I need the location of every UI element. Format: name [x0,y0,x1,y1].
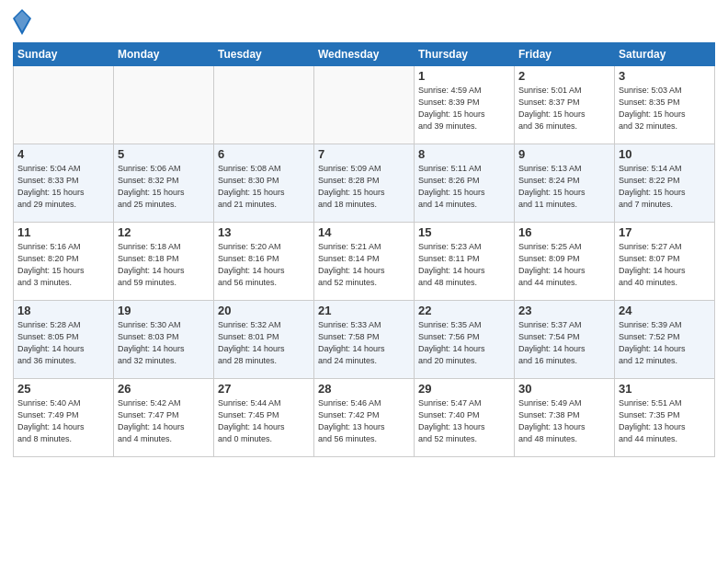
day-cell: 5Sunrise: 5:06 AM Sunset: 8:32 PM Daylig… [114,144,214,223]
day-number: 20 [218,304,310,317]
day-info: Sunrise: 5:49 AM Sunset: 7:38 PM Dayligh… [518,397,610,445]
day-number: 12 [118,225,210,239]
week-row-2: 4Sunrise: 5:04 AM Sunset: 8:33 PM Daylig… [14,144,715,223]
day-cell: 13Sunrise: 5:20 AM Sunset: 8:16 PM Dayli… [214,223,314,301]
day-info: Sunrise: 5:40 AM Sunset: 7:49 PM Dayligh… [17,397,109,445]
weekday-saturday: Saturday [615,43,715,66]
day-info: Sunrise: 5:14 AM Sunset: 8:22 PM Dayligh… [619,163,711,211]
weekday-tuesday: Tuesday [214,43,314,66]
day-number: 28 [318,382,410,396]
day-cell: 29Sunrise: 5:47 AM Sunset: 7:40 PM Dayli… [415,379,515,457]
day-number: 15 [418,225,510,239]
day-info: Sunrise: 5:01 AM Sunset: 8:37 PM Dayligh… [518,85,610,132]
day-cell: 7Sunrise: 5:09 AM Sunset: 8:28 PM Daylig… [314,144,415,223]
day-number: 31 [619,382,711,396]
day-number: 21 [318,304,410,317]
logo [13,9,33,35]
day-number: 19 [118,304,210,317]
day-info: Sunrise: 5:25 AM Sunset: 8:09 PM Dayligh… [518,241,610,289]
day-number: 10 [619,147,711,161]
day-info: Sunrise: 5:06 AM Sunset: 8:32 PM Dayligh… [118,163,210,211]
day-info: Sunrise: 5:03 AM Sunset: 8:35 PM Dayligh… [619,85,711,132]
day-cell: 25Sunrise: 5:40 AM Sunset: 7:49 PM Dayli… [14,379,114,457]
day-info: Sunrise: 5:46 AM Sunset: 7:42 PM Dayligh… [318,397,410,445]
week-row-5: 25Sunrise: 5:40 AM Sunset: 7:49 PM Dayli… [14,379,715,457]
day-cell: 16Sunrise: 5:25 AM Sunset: 8:09 PM Dayli… [515,223,615,301]
day-number: 29 [418,382,510,396]
weekday-header-row: SundayMondayTuesdayWednesdayThursdayFrid… [14,43,715,66]
day-info: Sunrise: 5:09 AM Sunset: 8:28 PM Dayligh… [318,163,410,211]
day-cell: 17Sunrise: 5:27 AM Sunset: 8:07 PM Dayli… [615,223,715,301]
day-number: 7 [318,147,410,161]
day-info: Sunrise: 5:08 AM Sunset: 8:30 PM Dayligh… [218,163,310,211]
day-info: Sunrise: 5:42 AM Sunset: 7:47 PM Dayligh… [118,397,210,445]
svg-marker-1 [15,11,29,31]
day-number: 9 [518,147,610,161]
week-row-4: 18Sunrise: 5:28 AM Sunset: 8:05 PM Dayli… [14,301,715,379]
weekday-wednesday: Wednesday [314,43,415,66]
week-row-1: 1Sunrise: 4:59 AM Sunset: 8:39 PM Daylig… [14,66,715,144]
day-info: Sunrise: 5:47 AM Sunset: 7:40 PM Dayligh… [418,397,510,445]
day-cell: 18Sunrise: 5:28 AM Sunset: 8:05 PM Dayli… [14,301,114,379]
day-info: Sunrise: 4:59 AM Sunset: 8:39 PM Dayligh… [418,85,510,132]
day-number: 6 [218,147,310,161]
day-info: Sunrise: 5:51 AM Sunset: 7:35 PM Dayligh… [619,397,711,445]
day-number: 13 [218,225,310,239]
day-cell: 27Sunrise: 5:44 AM Sunset: 7:45 PM Dayli… [214,379,314,457]
day-info: Sunrise: 5:27 AM Sunset: 8:07 PM Dayligh… [619,241,711,289]
day-info: Sunrise: 5:28 AM Sunset: 8:05 PM Dayligh… [17,319,109,367]
day-number: 1 [418,69,510,83]
day-cell: 30Sunrise: 5:49 AM Sunset: 7:38 PM Dayli… [515,379,615,457]
day-info: Sunrise: 5:21 AM Sunset: 8:14 PM Dayligh… [318,241,410,289]
day-cell: 26Sunrise: 5:42 AM Sunset: 7:47 PM Dayli… [114,379,214,457]
header [13,9,715,35]
day-cell: 8Sunrise: 5:11 AM Sunset: 8:26 PM Daylig… [415,144,515,223]
weekday-monday: Monday [114,43,214,66]
day-info: Sunrise: 5:39 AM Sunset: 7:52 PM Dayligh… [619,319,711,367]
day-cell: 10Sunrise: 5:14 AM Sunset: 8:22 PM Dayli… [615,144,715,223]
day-number: 11 [17,225,109,239]
day-cell: 4Sunrise: 5:04 AM Sunset: 8:33 PM Daylig… [14,144,114,223]
day-cell: 22Sunrise: 5:35 AM Sunset: 7:56 PM Dayli… [415,301,515,379]
day-cell [14,66,114,144]
day-number: 2 [518,69,610,83]
day-number: 18 [17,304,109,317]
day-number: 8 [418,147,510,161]
day-info: Sunrise: 5:32 AM Sunset: 8:01 PM Dayligh… [218,319,310,367]
day-number: 26 [118,382,210,396]
day-cell: 9Sunrise: 5:13 AM Sunset: 8:24 PM Daylig… [515,144,615,223]
day-cell: 1Sunrise: 4:59 AM Sunset: 8:39 PM Daylig… [415,66,515,144]
day-number: 22 [418,304,510,317]
day-number: 5 [118,147,210,161]
day-cell: 20Sunrise: 5:32 AM Sunset: 8:01 PM Dayli… [214,301,314,379]
weekday-thursday: Thursday [415,43,515,66]
day-number: 17 [619,225,711,239]
day-cell: 19Sunrise: 5:30 AM Sunset: 8:03 PM Dayli… [114,301,214,379]
day-number: 27 [218,382,310,396]
day-cell: 24Sunrise: 5:39 AM Sunset: 7:52 PM Dayli… [615,301,715,379]
day-cell: 23Sunrise: 5:37 AM Sunset: 7:54 PM Dayli… [515,301,615,379]
day-cell: 12Sunrise: 5:18 AM Sunset: 8:18 PM Dayli… [114,223,214,301]
day-cell: 2Sunrise: 5:01 AM Sunset: 8:37 PM Daylig… [515,66,615,144]
day-info: Sunrise: 5:04 AM Sunset: 8:33 PM Dayligh… [17,163,109,211]
day-cell: 31Sunrise: 5:51 AM Sunset: 7:35 PM Dayli… [615,379,715,457]
day-number: 23 [518,304,610,317]
week-row-3: 11Sunrise: 5:16 AM Sunset: 8:20 PM Dayli… [14,223,715,301]
day-info: Sunrise: 5:35 AM Sunset: 7:56 PM Dayligh… [418,319,510,367]
day-info: Sunrise: 5:37 AM Sunset: 7:54 PM Dayligh… [518,319,610,367]
day-info: Sunrise: 5:20 AM Sunset: 8:16 PM Dayligh… [218,241,310,289]
day-cell: 28Sunrise: 5:46 AM Sunset: 7:42 PM Dayli… [314,379,415,457]
day-cell: 14Sunrise: 5:21 AM Sunset: 8:14 PM Dayli… [314,223,415,301]
day-number: 16 [518,225,610,239]
weekday-sunday: Sunday [14,43,114,66]
day-info: Sunrise: 5:44 AM Sunset: 7:45 PM Dayligh… [218,397,310,445]
day-cell [214,66,314,144]
day-info: Sunrise: 5:13 AM Sunset: 8:24 PM Dayligh… [518,163,610,211]
day-number: 24 [619,304,711,317]
day-cell: 11Sunrise: 5:16 AM Sunset: 8:20 PM Dayli… [14,223,114,301]
day-number: 30 [518,382,610,396]
day-info: Sunrise: 5:11 AM Sunset: 8:26 PM Dayligh… [418,163,510,211]
day-cell: 21Sunrise: 5:33 AM Sunset: 7:58 PM Dayli… [314,301,415,379]
day-number: 14 [318,225,410,239]
day-number: 25 [17,382,109,396]
